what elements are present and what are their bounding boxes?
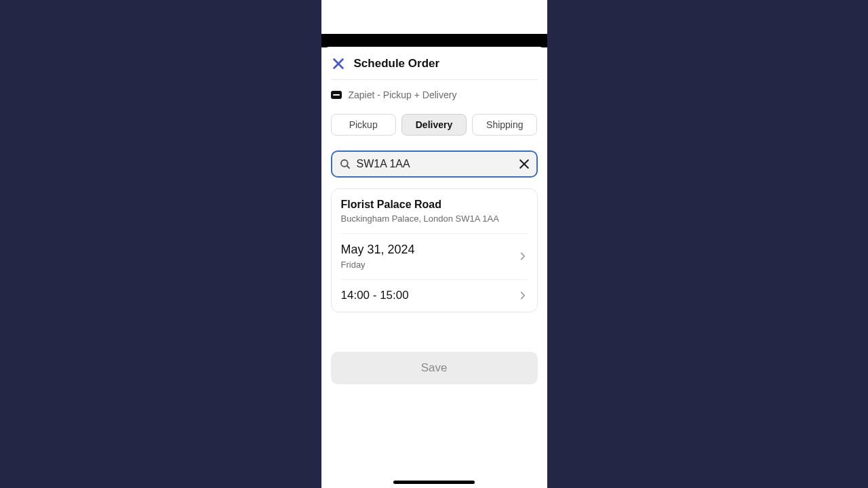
postcode-search[interactable] — [331, 150, 538, 178]
sheet-header: Schedule Order — [321, 47, 547, 79]
location-name: Florist Palace Road — [341, 199, 528, 211]
location-row: Florist Palace Road Buckingham Palace, L… — [332, 189, 537, 233]
save-button[interactable]: Save — [331, 352, 538, 384]
time-row[interactable]: 14:00 - 15:00 — [332, 279, 537, 312]
date-row[interactable]: May 31, 2024 Friday — [332, 233, 537, 279]
location-address: Buckingham Palace, London SW1A 1AA — [341, 214, 528, 224]
provider-row: Zapiet - Pickup + Delivery — [321, 80, 547, 103]
svg-line-3 — [347, 165, 349, 168]
date-day: Friday — [341, 260, 528, 270]
tab-shipping[interactable]: Shipping — [472, 114, 537, 136]
clear-icon[interactable] — [517, 157, 531, 171]
chevron-right-icon — [518, 251, 528, 261]
tab-pickup[interactable]: Pickup — [331, 114, 396, 136]
date-value: May 31, 2024 — [341, 243, 528, 257]
phone-top-spacer — [321, 0, 547, 34]
close-icon[interactable] — [331, 56, 346, 71]
search-wrap — [331, 150, 538, 178]
tab-delivery[interactable]: Delivery — [401, 114, 467, 136]
phone-top-bar — [321, 34, 547, 47]
chevron-right-icon — [518, 291, 528, 300]
phone-frame: Schedule Order Zapiet - Pickup + Deliver… — [321, 0, 547, 488]
provider-name: Zapiet - Pickup + Delivery — [349, 89, 457, 100]
sheet-title: Schedule Order — [354, 57, 440, 70]
details-card: Florist Palace Road Buckingham Palace, L… — [331, 188, 538, 312]
home-indicator[interactable] — [393, 481, 475, 484]
provider-icon — [331, 91, 342, 99]
schedule-order-sheet: Schedule Order Zapiet - Pickup + Deliver… — [321, 47, 547, 488]
time-value: 14:00 - 15:00 — [341, 289, 528, 302]
postcode-input[interactable] — [357, 158, 517, 170]
search-icon — [339, 158, 351, 170]
fulfillment-tabs: Pickup Delivery Shipping — [321, 103, 547, 144]
